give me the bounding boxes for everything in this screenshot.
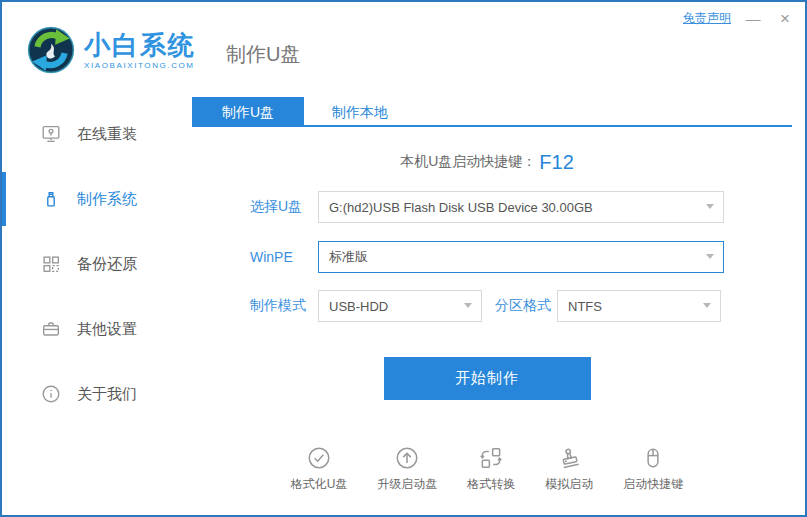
chevron-down-icon: [706, 204, 714, 209]
sidebar-item-label: 备份还原: [77, 255, 137, 274]
briefcase-icon: [40, 318, 62, 340]
form-area: 本机U盘启动快捷键： F12 选择U盘 G:(hd2)USB Flash Dis…: [250, 149, 724, 493]
tool-format-convert[interactable]: 格式转换: [467, 445, 515, 493]
stamp-icon: [556, 445, 582, 471]
boot-hotkey-value: F12: [539, 151, 573, 174]
chevron-down-icon: [464, 303, 472, 308]
sidebar: 在线重装 制作系统: [2, 97, 192, 493]
sidebar-item-label: 制作系统: [77, 190, 137, 209]
mode-partition-row: 制作模式 USB-HDD 分区格式 NTFS: [250, 290, 724, 322]
mode-select-dropdown[interactable]: USB-HDD: [318, 290, 482, 322]
winpe-select-value: 标准版: [329, 248, 368, 266]
sidebar-item-label: 在线重装: [77, 125, 137, 144]
partition-select-dropdown[interactable]: NTFS: [557, 290, 721, 322]
mode-select-value: USB-HDD: [329, 299, 388, 314]
tab-make-usb[interactable]: 制作U盘: [192, 97, 304, 125]
sidebar-item-other-settings[interactable]: 其他设置: [2, 302, 192, 356]
sidebar-item-backup-restore[interactable]: 备份还原: [2, 237, 192, 291]
winpe-select-dropdown[interactable]: 标准版: [318, 241, 724, 273]
sidebar-item-make-system[interactable]: 制作系统: [2, 172, 192, 226]
sidebar-item-about-us[interactable]: 关于我们: [2, 367, 192, 421]
sidebar-item-label: 关于我们: [77, 385, 137, 404]
check-circle-icon: [306, 445, 332, 471]
tab-bar: 制作U盘 制作本地: [192, 97, 792, 127]
sidebar-item-label: 其他设置: [77, 320, 137, 339]
tool-simulate-boot[interactable]: 模拟启动: [545, 445, 593, 493]
content-panel: 制作U盘 制作本地 本机U盘启动快捷键： F12 选择U盘 G:(hd2)USB…: [192, 97, 792, 493]
backup-squares-icon: [40, 253, 62, 275]
sidebar-item-online-reinstall[interactable]: 在线重装: [2, 107, 192, 161]
main-layout: 在线重装 制作系统: [2, 97, 805, 493]
mouse-icon: [640, 445, 666, 471]
boot-hotkey-label: 本机U盘启动快捷键：: [400, 153, 536, 171]
brand-text: 小白系统 XIAOBAIXITONG.COM: [84, 30, 196, 70]
footer-tools: 格式化U盘 格式转换 升级启动盘: [250, 445, 724, 493]
partition-select-value: NTFS: [568, 299, 602, 314]
mode-select-label: 制作模式: [250, 297, 318, 315]
app-window: 免责声明 — × 小白系统 XIAOBAIXITONG.COM 制作U盘: [0, 0, 807, 517]
boot-hotkey-line: 本机U盘启动快捷键： F12: [250, 149, 724, 175]
tool-boot-hotkey[interactable]: 启动快捷键: [623, 445, 683, 493]
tool-format-usb[interactable]: 格式化U盘: [291, 445, 348, 493]
info-circle-icon: [40, 383, 62, 405]
tab-make-local[interactable]: 制作本地: [304, 97, 416, 125]
chevron-down-icon: [703, 303, 711, 308]
titlebar-controls: 免责声明 — ×: [683, 10, 795, 27]
chevron-down-icon: [706, 254, 714, 259]
tool-label: 模拟启动: [545, 476, 593, 493]
active-indicator: [2, 172, 6, 226]
tool-label: 格式转换: [467, 476, 515, 493]
tool-upgrade-boot-disk[interactable]: 格式转换 升级启动盘: [377, 445, 437, 493]
monitor-icon: [40, 123, 62, 145]
disclaimer-link[interactable]: 免责声明: [683, 10, 731, 27]
sync-arrows-globe-icon: [26, 25, 76, 75]
brand-domain: XIAOBAIXITONG.COM: [84, 61, 196, 70]
usb-drive-icon: [40, 188, 62, 210]
usb-select-label: 选择U盘: [250, 198, 318, 216]
minimize-icon[interactable]: —: [743, 11, 763, 26]
tool-label: 格式化U盘: [291, 476, 348, 493]
start-make-button[interactable]: 开始制作: [384, 357, 591, 400]
usb-select-value: G:(hd2)USB Flash Disk USB Device 30.00GB: [329, 200, 593, 215]
page-title: 制作U盘: [226, 41, 300, 68]
partition-select-label: 分区格式: [495, 297, 557, 315]
tool-label: 启动快捷键: [623, 476, 683, 493]
usb-select-row: 选择U盘 G:(hd2)USB Flash Disk USB Device 30…: [250, 191, 724, 223]
brand-name: 小白系统: [84, 30, 196, 60]
convert-squares-icon: [478, 445, 504, 471]
tool-label: 升级启动盘: [377, 476, 437, 493]
close-icon[interactable]: ×: [775, 11, 795, 26]
winpe-select-label: WinPE: [250, 249, 318, 265]
arrow-up-circle-icon: [394, 445, 420, 471]
winpe-select-row: WinPE 标准版: [250, 241, 724, 273]
usb-select-dropdown[interactable]: G:(hd2)USB Flash Disk USB Device 30.00GB: [318, 191, 724, 223]
